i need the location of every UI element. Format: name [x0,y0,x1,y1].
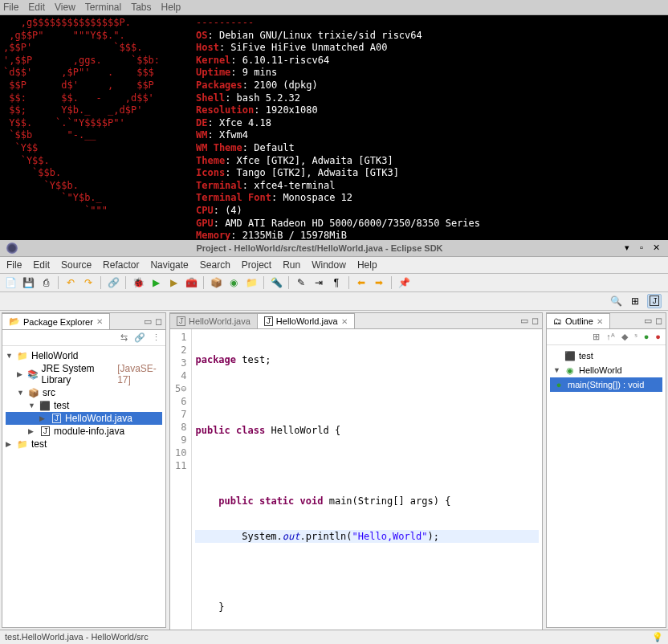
window-title: Project - HelloWorld/src/test/HelloWorld… [24,243,615,253]
toggle-mark-icon[interactable]: ✎ [294,275,308,290]
sort-icon[interactable]: ↑ᴬ [605,331,617,343]
hide-local-icon[interactable]: ● [654,331,662,343]
tree-project[interactable]: ▼📁HelloWorld [6,349,162,362]
menu-search[interactable]: Search [200,259,230,271]
menu-tabs[interactable]: Tabs [131,2,151,13]
menu-window[interactable]: Window [312,259,346,271]
outline-panel: 🗂Outline✕ ▭◻ ⊞ ↑ᴬ ◆ ˢ ● ● ⬛test ▼◉HelloW… [546,312,666,628]
open-perspective-icon[interactable]: ⊞ [628,294,642,308]
debug-icon[interactable]: 🐞 [131,275,145,290]
hide-nonpublic-icon[interactable]: ● [642,331,651,343]
outline-class[interactable]: ▼◉HelloWorld [550,363,662,377]
collapse-all-icon[interactable]: ⇆ [119,332,129,344]
close-icon[interactable]: ✕ [341,317,348,326]
saveall-icon[interactable]: ⎙ [39,275,53,290]
redo-icon[interactable]: ↷ [81,275,96,290]
menu-help[interactable]: Help [357,259,377,271]
focus-icon[interactable]: ⊞ [591,331,601,343]
hide-static-icon[interactable]: ˢ [633,331,639,343]
tree-test-proj[interactable]: ▶📁test [6,438,162,450]
coverage-icon[interactable]: ▶ [166,275,181,290]
tree-module-info[interactable]: ▶🄹module-info.java [6,425,162,438]
menu-source[interactable]: Source [61,259,92,271]
menu-run[interactable]: Run [283,259,300,271]
eclipse-menubar: File Edit Source Refactor Navigate Searc… [0,257,668,274]
minimize-panel-icon[interactable]: ▭ [520,316,528,326]
menu-navigate[interactable]: Navigate [150,259,188,271]
java-perspective-icon[interactable]: 🄹 [647,294,662,308]
terminal-menubar: File Edit View Terminal Tabs Help [0,0,668,15]
nav-back-icon[interactable]: ⬅ [354,275,369,290]
line-numbers: 12345⊖67891011 [170,329,192,630]
menu-file[interactable]: File [6,259,22,271]
nav-fwd-icon[interactable]: ➡ [372,275,386,290]
tree-src[interactable]: ▼📦src [6,386,162,399]
status-text: test.HelloWorld.java - HelloWorld/src [5,632,149,642]
toggle-block-icon[interactable]: ⇥ [312,275,326,290]
new-src-icon[interactable]: 📁 [244,275,259,290]
outline-main[interactable]: ●main(String[]) : void [550,377,662,392]
view-menu-icon[interactable]: ⋮ [150,332,162,344]
eclipse-logo-icon [6,243,18,254]
pin-icon[interactable]: 📌 [397,275,411,290]
close-icon[interactable]: ✕ [597,317,603,326]
tree-file-hello[interactable]: ▶🄹HelloWorld.java [6,412,162,425]
minimize-panel-icon[interactable]: ▭ [144,316,152,327]
hide-fields-icon[interactable]: ◆ [620,331,629,343]
minimize-panel-icon[interactable]: ▭ [644,316,652,326]
editor-panel: 🄹HelloWorld.java 🄹HelloWorld.java✕ ▭◻ 12… [169,312,543,630]
search-icon[interactable]: 🔦 [269,275,283,290]
menu-edit[interactable]: Edit [28,2,45,13]
maximize-panel-icon[interactable]: ◻ [655,316,662,326]
menu-terminal[interactable]: Terminal [85,2,121,13]
link-editor-icon[interactable]: 🔗 [132,332,147,344]
tip-icon[interactable]: 💡 [652,632,663,642]
maximize-panel-icon[interactable]: ◻ [155,316,162,327]
outline-tab[interactable]: 🗂Outline✕ [547,313,610,328]
eclipse-titlebar: Project - HelloWorld/src/test/HelloWorld… [0,240,668,257]
main-toolbar: 📄 💾 ⎙ ↶ ↷ 🔗 🐞 ▶ ▶ 🧰 📦 ◉ 📁 🔦 ✎ ⇥ ¶ ⬅ ➡ 📌 [0,274,668,292]
perspective-bar: 🔍 ⊞ 🄹 [0,292,668,311]
close-icon[interactable]: ✕ [96,317,103,326]
tree-pkg[interactable]: ▼⬛test [6,399,162,412]
code-editor[interactable]: 12345⊖67891011 package test; public clas… [170,329,542,630]
editor-tab-1[interactable]: 🄹HelloWorld.java [170,313,258,328]
outline-pkg[interactable]: ⬛test [550,348,662,363]
close-button[interactable]: ✕ [650,243,662,254]
undo-icon[interactable]: ↶ [63,275,78,290]
ext-tools-icon[interactable]: 🧰 [184,275,198,290]
main-area: 📂Package Explorer✕ ▭◻ ⇆ 🔗 ⋮ ▼📁HelloWorld… [0,311,668,630]
open-type-icon[interactable]: 🔗 [106,275,120,290]
editor-tab-2[interactable]: 🄹HelloWorld.java✕ [258,313,355,328]
menu-refactor[interactable]: Refactor [103,259,139,271]
package-tree: ▼📁HelloWorld ▶📚JRE System Library [JavaS… [2,346,165,627]
menu-help[interactable]: Help [161,2,181,13]
menu-edit[interactable]: Edit [33,259,50,271]
minimize-button[interactable]: ▾ [621,243,633,254]
system-info: ----------OS: Debian GNU/Linux trixie/si… [196,17,665,238]
menu-view[interactable]: View [55,2,75,13]
quick-access-icon[interactable]: 🔍 [609,294,623,308]
new-pkg-icon[interactable]: 📦 [209,275,223,290]
new-class-icon[interactable]: ◉ [226,275,241,290]
package-explorer-panel: 📂Package Explorer✕ ▭◻ ⇆ 🔗 ⋮ ▼📁HelloWorld… [2,312,166,628]
menu-file[interactable]: File [3,2,18,13]
status-bar: test.HelloWorld.java - HelloWorld/src 💡 [0,630,668,644]
new-icon[interactable]: 📄 [3,275,18,290]
package-explorer-tab[interactable]: 📂Package Explorer✕ [2,313,110,329]
restore-button[interactable]: ▫ [636,243,647,254]
menu-project[interactable]: Project [242,259,271,271]
maximize-panel-icon[interactable]: ◻ [532,316,539,326]
tree-jre[interactable]: ▶📚JRE System Library [JavaSE-17] [6,362,162,386]
run-icon[interactable]: ▶ [149,275,163,290]
save-icon[interactable]: 💾 [21,275,35,290]
terminal-output: ,g$$$$$$$$$$$$$$$P. ,g$$P" """Y$$.". ,$$… [0,15,668,240]
toggle-ws-icon[interactable]: ¶ [329,275,344,290]
ascii-art: ,g$$$$$$$$$$$$$$$P. ,g$$P" """Y$$.". ,$$… [3,17,196,238]
